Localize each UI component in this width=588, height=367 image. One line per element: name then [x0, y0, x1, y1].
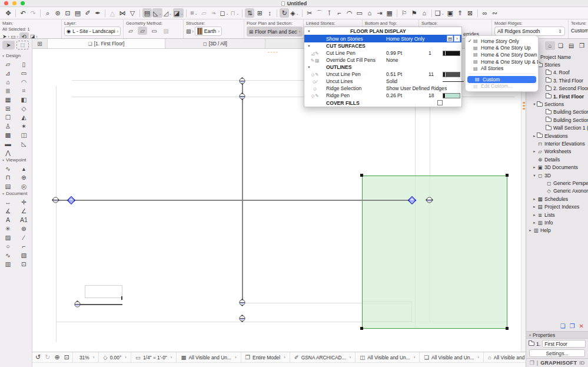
skylight-tool-icon[interactable]: ◇ [17, 104, 31, 113]
cover-fills-checkbox[interactable] [437, 100, 443, 105]
section-tool-icon[interactable]: ∿ [1, 164, 15, 173]
toolbar-icon[interactable] [15, 9, 16, 17]
snap-grid-icon[interactable]: ⌗ [189, 8, 198, 18]
stretch-icon[interactable]: ↕ [265, 8, 274, 18]
uncut-line-pen-row[interactable]: ◇✎ Uncut Line Pen 0.51 Pt 11 [304, 71, 461, 78]
cover-fills-section[interactable]: COVER FILLS [304, 99, 461, 107]
mesh-tool-icon[interactable]: ▩ [1, 130, 15, 139]
elevate-icon[interactable]: ⇅ [245, 8, 254, 18]
selection-handle[interactable] [506, 174, 509, 177]
hotspot-tool-icon[interactable]: ✳ [1, 224, 15, 233]
ridge-selection-row[interactable]: ◇ Ridge Selection Show User Defined Ridg… [304, 85, 461, 92]
layer-selector[interactable]: ◉ L - Site - Landscaping.3D › [64, 27, 121, 36]
window-tool-icon[interactable]: ⊞ [1, 104, 15, 113]
properties-header[interactable]: ▾ Properties [526, 331, 588, 339]
pen-color-swatch[interactable] [443, 51, 460, 56]
document-section-header[interactable]: ▾ Document [0, 190, 32, 197]
surface-slope-icon[interactable]: ◿ [163, 8, 173, 18]
pan-tool-icon[interactable]: ✥ [4, 8, 13, 18]
quad-view-icon[interactable]: ⊞ [32, 39, 48, 48]
menu-item-home-one-story-up[interactable]: ▤ Home & One Story Up [466, 45, 538, 52]
nav-building-section-a[interactable]: Building Section A (A [526, 108, 588, 116]
shell-tool-icon[interactable]: ◠ [17, 77, 31, 86]
group-icon[interactable]: ❑ [434, 8, 445, 18]
marquee-tool[interactable]: ⬚ [16, 41, 29, 49]
override-cut-fill-pens-row[interactable]: ✎▨ Override Cut Fill Pens None [304, 57, 461, 64]
elevation-marker-icon[interactable] [238, 314, 247, 323]
arrow-method-icon[interactable]: ➤ [2, 34, 7, 38]
nav-details[interactable]: ⊕ Details [526, 156, 588, 163]
column-tool-icon[interactable]: ▯ [17, 59, 31, 68]
layout-book-tab[interactable]: ▤ [566, 41, 576, 50]
angle-dimension-tool-icon[interactable]: ∠ [17, 206, 31, 215]
beam-tool-icon[interactable]: ⊿ [1, 68, 15, 77]
selected-mesh-element[interactable] [362, 176, 507, 329]
drop-icon[interactable]: ▽ [128, 8, 137, 18]
level-icon[interactable]: ⊺ [325, 8, 334, 18]
nav-help[interactable]: ▸ ▥ Help [526, 227, 588, 234]
show-on-stories-row[interactable]: Show on Stories Home Story Only ▤ › [304, 35, 461, 42]
fillet-icon[interactable]: ◠ [345, 8, 354, 18]
layouting-icon[interactable]: ▤ [73, 8, 82, 18]
interior-elevation-tool-icon[interactable]: ⊓ [1, 173, 15, 181]
home-story-icon[interactable]: ⌂ [420, 8, 429, 18]
scale-control[interactable]: ▭ 1/4" = 1'-0" › [131, 352, 177, 362]
wall-tool-icon[interactable]: ▱ [1, 59, 15, 68]
adjust-icon[interactable]: ⌒ [315, 8, 324, 18]
lamp-tool-icon[interactable]: ✶ [17, 121, 31, 130]
nav-generic-axonometry[interactable]: ◇ Generic Axonometry [526, 187, 588, 195]
fit-view-icon[interactable]: ⊡ [64, 353, 69, 361]
image-tool-icon[interactable]: ⊡ [17, 259, 31, 268]
ceiling-tool-icon[interactable]: ▬ [1, 139, 15, 148]
figure-tool-icon[interactable]: ▧ [17, 250, 31, 259]
nav-3d-documents[interactable]: ▸ ▣ 3D Documents [526, 163, 588, 171]
roof-accessories-icon[interactable]: ⌂ [365, 8, 374, 18]
toolbar-icon[interactable] [139, 9, 140, 17]
nav-generic-perspective[interactable]: ◻ Generic Perspective [526, 179, 588, 187]
elevation-marker-icon[interactable] [238, 298, 247, 307]
settings-button[interactable]: Settings... [529, 349, 585, 357]
mesh-preview-icon[interactable]: ◪ [30, 34, 35, 38]
design-section-header[interactable]: ▾ Design [0, 52, 32, 59]
geometry-method-2-icon[interactable]: ▱ [138, 27, 147, 35]
view-map-tab[interactable]: ❏ [556, 41, 566, 50]
nav-sections[interactable]: ▾ Sections [526, 100, 588, 108]
gravity-icon[interactable]: ◪ [173, 8, 184, 18]
structure-display-control[interactable]: ❐ Entire Model › [241, 352, 290, 362]
nav-story-1-first-floor[interactable]: 1. First Floor [526, 92, 588, 100]
nav-interior-elevations[interactable]: ⊓ Interior Elevations [526, 140, 588, 147]
camera-tool-icon[interactable]: ◎ [17, 181, 31, 190]
delta-icon[interactable]: △ [108, 8, 117, 18]
floor-plan-section-button[interactable]: ⊞ Floor Plan and Section... › [247, 27, 303, 37]
selection-handle[interactable] [506, 327, 509, 330]
roof-tool-icon[interactable]: ⌂ [1, 77, 15, 86]
model-view-options-control[interactable]: ◫ All Visible and Un... › [356, 352, 420, 362]
uncut-lines-row[interactable]: ◇∕ Uncut Lines Solid [304, 78, 461, 85]
slab-tool-icon[interactable]: ▭ [17, 68, 31, 77]
slope-method-icon[interactable]: ◺ [152, 8, 162, 18]
mesh-ridges-icon[interactable]: ▤ [142, 8, 152, 18]
viewpoint-section-header[interactable]: ▾ Viewpoint [0, 157, 32, 164]
selection-handle[interactable] [360, 327, 363, 330]
fit-in-window-icon[interactable]: ⊡ [63, 8, 72, 18]
menu-item-custom[interactable]: ▤ Custom [467, 76, 536, 83]
editing-plane-icon[interactable]: ▱ [199, 8, 208, 18]
railing-tool-icon[interactable]: ⌗ [17, 86, 31, 95]
lock-icon[interactable]: ⊓ [230, 8, 240, 18]
duplicate-icon[interactable]: ▣ [446, 8, 455, 18]
fill-tool-icon[interactable]: ▨ [1, 233, 15, 242]
menu-item-home-story-only[interactable]: ✓ ▤ Home Story Only [466, 38, 538, 45]
close-icon[interactable]: ✕ [579, 323, 584, 329]
toolbar-icon[interactable] [302, 9, 303, 17]
pen-color-swatch[interactable] [443, 72, 460, 77]
undo-icon[interactable]: ↶ [18, 8, 28, 18]
save-current-view-icon[interactable]: ❏ [560, 323, 566, 329]
door-tool-icon[interactable]: ◧ [17, 95, 31, 104]
toolbar-icon[interactable] [242, 9, 242, 17]
toolbar-icon[interactable] [105, 9, 105, 17]
line-tool-icon[interactable]: ∕ [17, 233, 31, 242]
extrude-icon[interactable]: ⊠ [466, 8, 475, 18]
curtain-wall-tool-icon[interactable]: ▦ [1, 95, 15, 104]
toolbar-icon[interactable] [477, 9, 478, 17]
layer-combination-control[interactable]: ▦ All Visible and Un... › [177, 352, 241, 362]
